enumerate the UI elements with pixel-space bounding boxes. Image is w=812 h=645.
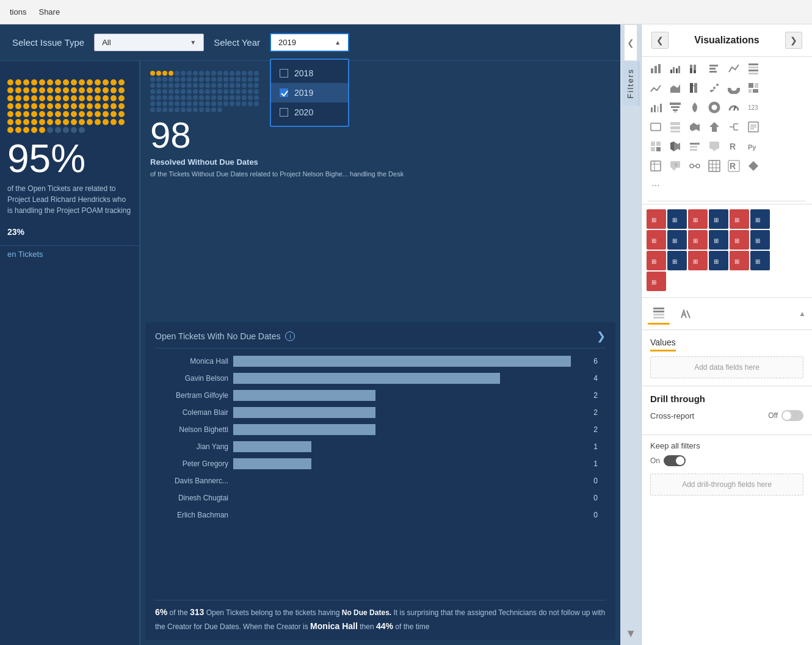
custom-viz-icon-3[interactable]: ⊞	[688, 209, 708, 229]
bar-track-2	[233, 373, 589, 384]
waffle-dot	[47, 87, 53, 93]
collapse-panel-btn[interactable]: ❮	[624, 24, 637, 61]
year-option-2018[interactable]: 2018	[271, 63, 348, 83]
viz-filled-map-icon[interactable]	[666, 137, 684, 156]
viz-next-btn[interactable]: ❯	[785, 32, 802, 49]
cross-report-toggle[interactable]	[781, 410, 803, 421]
custom-viz-icon-4[interactable]: ⊞	[709, 209, 728, 229]
viz-table-2-icon[interactable]	[705, 157, 723, 175]
waffle-dot	[111, 119, 117, 125]
viz-python-icon[interactable]: Py	[744, 137, 763, 156]
custom-viz-icon-9[interactable]: ⊞	[688, 230, 708, 250]
viz-donut-chart-icon[interactable]	[705, 98, 723, 117]
svg-rect-29	[749, 89, 752, 93]
custom-viz-icon-12[interactable]: ⊞	[750, 230, 770, 250]
waffle-dot-sm	[205, 107, 210, 112]
expand-icon[interactable]: ▼	[620, 622, 641, 645]
custom-viz-icon-11[interactable]: ⊞	[730, 230, 749, 250]
viz-fields-btn[interactable]	[648, 303, 670, 325]
viz-kpi-icon[interactable]: 123	[744, 98, 763, 117]
year-2019-checkbox	[280, 88, 288, 97]
viz-decomp-tree-icon[interactable]	[725, 118, 743, 136]
custom-viz-icon-19[interactable]: ⊞	[647, 272, 666, 291]
viz-100-stacked-bar-icon[interactable]	[686, 59, 704, 77]
chart-info-icon[interactable]: i	[285, 331, 295, 341]
viz-pie-chart-icon[interactable]	[725, 79, 743, 97]
viz-ribbon-chart-icon[interactable]	[686, 79, 704, 97]
svg-rect-103	[653, 308, 664, 309]
waffle-dot-sm	[175, 71, 179, 76]
custom-viz-icon-15[interactable]: ⊞	[688, 251, 708, 270]
values-drop-area[interactable]: Add data fields here	[650, 356, 803, 378]
custom-viz-icon-14[interactable]: ⊞	[667, 251, 687, 270]
waffle-dot-sm	[199, 83, 204, 88]
viz-card-icon[interactable]	[647, 118, 665, 136]
viz-stacked-bar-icon[interactable]	[647, 59, 665, 77]
viz-smart-narrative-icon[interactable]	[705, 137, 723, 156]
viz-multirow-card-icon[interactable]	[666, 118, 684, 136]
viz-format-btn[interactable]	[675, 303, 697, 325]
custom-viz-icon-7[interactable]: ⊞	[647, 230, 666, 250]
bar-name-7: Peter Gregory	[155, 459, 228, 468]
viz-bar-chart-icon[interactable]	[705, 59, 723, 77]
viz-table-icon[interactable]	[744, 59, 763, 77]
viz-r-visual-icon[interactable]: R	[725, 157, 743, 175]
waffle-dot-sm	[150, 89, 155, 94]
keep-filters-toggle[interactable]	[664, 455, 686, 466]
svg-rect-58	[656, 147, 661, 151]
viz-clustered-bar-icon[interactable]	[666, 59, 684, 77]
viz-arrow-icon[interactable]	[705, 118, 723, 136]
viz-row-3: 123	[647, 98, 807, 117]
viz-waterfall-icon[interactable]	[647, 98, 665, 117]
year-select[interactable]: 2019 ▲	[270, 33, 349, 52]
custom-viz-icon-18[interactable]: ⊞	[750, 251, 770, 270]
custom-viz-icon-2[interactable]: ⊞	[667, 209, 687, 229]
viz-map-icon[interactable]	[686, 98, 704, 117]
viz-text-box-icon[interactable]	[744, 118, 763, 136]
top-bar-item-share[interactable]: Share	[38, 7, 60, 16]
top-bar-item-1[interactable]: tions	[10, 7, 26, 16]
viz-line-chart-icon[interactable]	[647, 79, 665, 97]
viz-dots-more[interactable]: ···	[647, 176, 665, 195]
add-drillthrough-area[interactable]: Add drill-through fields here	[650, 474, 803, 495]
custom-viz-icon-6[interactable]: ⊞	[750, 209, 770, 229]
viz-stacked-area-icon[interactable]	[725, 59, 743, 77]
dashboard-content: (function() { const container = document…	[0, 61, 620, 645]
issue-type-select[interactable]: All ▼	[94, 34, 204, 51]
viz-qa-icon[interactable]: ?	[666, 157, 684, 175]
viz-matrix-icon[interactable]	[647, 137, 665, 156]
year-option-2020[interactable]: 2020	[271, 103, 348, 122]
waffle-dot	[118, 95, 125, 101]
viz-prev-btn[interactable]: ❮	[651, 32, 669, 49]
viz-gauge-icon[interactable]	[725, 98, 743, 117]
viz-scatter-chart-icon[interactable]	[705, 79, 723, 97]
viz-paginated-icon[interactable]	[647, 157, 665, 175]
year-option-2019[interactable]: 2019	[271, 83, 348, 103]
waffle-dot-sm	[254, 71, 259, 76]
custom-viz-icon-5[interactable]: ⊞	[730, 209, 749, 229]
footer-name: Monica Hall	[310, 621, 358, 631]
viz-funnel-icon[interactable]	[666, 98, 684, 117]
custom-viz-icon-17[interactable]: ⊞	[730, 251, 749, 270]
custom-viz-icon-13[interactable]: ⊞	[647, 251, 666, 270]
viz-shape-map-icon[interactable]	[686, 118, 704, 136]
viz-area-chart-icon[interactable]	[666, 79, 684, 97]
custom-viz-icon-1[interactable]: ⊞	[647, 209, 666, 229]
viz-diamond-icon[interactable]	[744, 157, 763, 175]
waffle-dot	[95, 119, 101, 125]
viz-r-script-icon[interactable]: R	[725, 137, 743, 156]
chart-nav-arrow[interactable]: ❯	[596, 330, 606, 343]
custom-viz-icon-16[interactable]: ⊞	[709, 251, 728, 270]
waffle-dot-sm	[223, 89, 228, 94]
viz-slicer-icon[interactable]	[686, 137, 704, 156]
waffle-dot-sm	[175, 107, 179, 112]
custom-viz-icon-10[interactable]: ⊞	[709, 230, 728, 250]
filters-label[interactable]: Filters	[622, 61, 639, 106]
viz-key-influencers-icon[interactable]	[686, 157, 704, 175]
waffle-dot-sm	[156, 83, 161, 88]
viz-treemap-icon[interactable]	[744, 79, 763, 97]
svg-rect-8	[690, 65, 692, 68]
dashboard: Select Issue Type All ▼ Select Year 2019…	[0, 24, 620, 645]
custom-viz-icon-8[interactable]: ⊞	[667, 230, 687, 250]
viz-expand-btn[interactable]: ▲	[799, 309, 806, 318]
